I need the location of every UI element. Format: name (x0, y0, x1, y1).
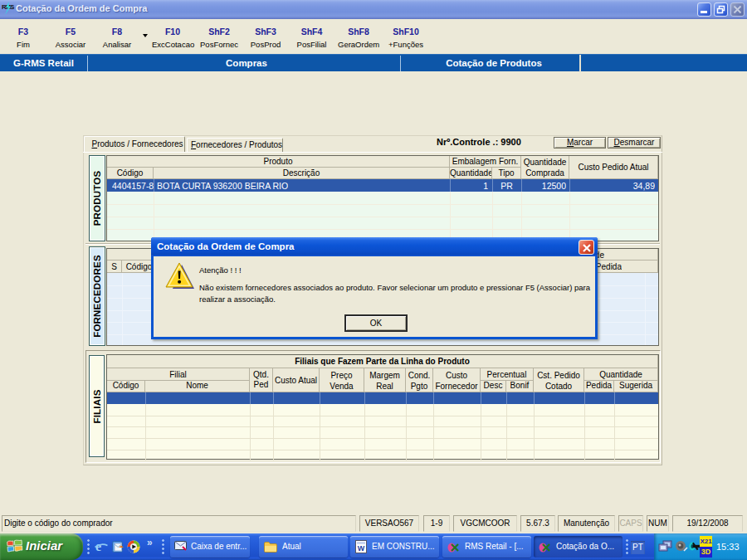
svg-text:W: W (358, 544, 365, 553)
